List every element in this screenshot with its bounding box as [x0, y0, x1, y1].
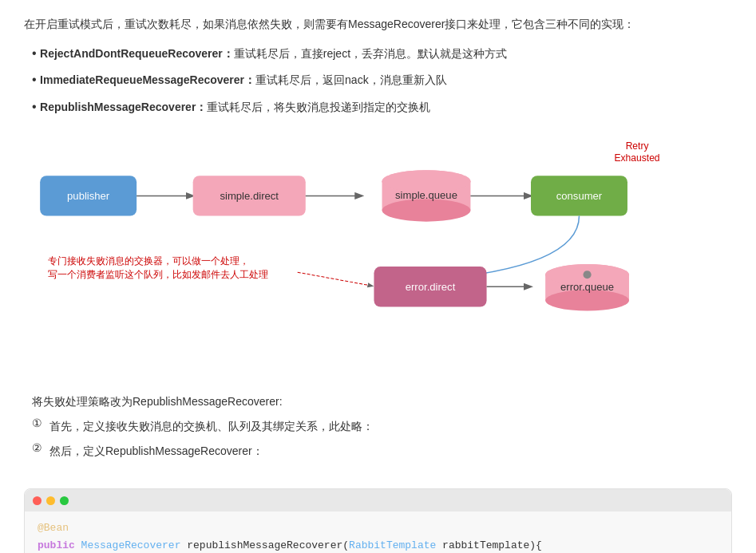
- step2-text: 然后，定义RepublishMessageRecoverer：: [49, 441, 263, 461]
- bullet-item-3: RepublishMessageRecoverer：重试耗尽后，将失败消息投递到…: [24, 96, 732, 117]
- code-titlebar: [25, 489, 731, 512]
- diagram-area: Retry Exhausted publisher: [24, 128, 732, 384]
- bullet-item-2: ImmediateRequeueMessageRecoverer：重试耗尽后，返…: [24, 69, 732, 90]
- type-messagerecoverer: MessageRecoverer: [81, 539, 181, 551]
- queue2-label: error.queue: [560, 281, 614, 293]
- code-content: @Bean public MessageRecoverer republishM…: [25, 512, 731, 553]
- arrow-annotation-exchange: [298, 272, 373, 286]
- step1-text: 首先，定义接收失败消息的交换机、队列及其绑定关系，此处略：: [49, 417, 374, 436]
- exchange2-label: error.direct: [406, 281, 456, 293]
- bullet-text-2: 重试耗尽后，返回nack，消息重新入队: [255, 73, 447, 86]
- step2-num: ②: [32, 441, 49, 454]
- bullet-label-3: RepublishMessageRecoverer：: [40, 101, 207, 113]
- step-2: ② 然后，定义RepublishMessageRecoverer：: [24, 441, 732, 461]
- consumer-label: consumer: [556, 190, 603, 202]
- exchange1-label: simple.direct: [220, 190, 279, 202]
- retry-label-2: Exhausted: [615, 152, 660, 164]
- queue1-bottom: [382, 199, 471, 221]
- section-text-1: 将失败处理策略改为RepublishMessageRecoverer:: [24, 392, 732, 412]
- dot-red: [33, 496, 42, 505]
- annotation-line2: 写一个消费者监听这个队列，比如发邮件去人工处理: [48, 269, 268, 280]
- bullet-text-3: 重试耗尽后，将失败消息投递到指定的交换机: [207, 101, 430, 113]
- step-1: ① 首先，定义接收失败消息的交换机、队列及其绑定关系，此处略：: [24, 417, 732, 436]
- queue2-dot: [584, 271, 592, 278]
- type-rabbittemplate: RabbitTemplate: [349, 539, 436, 551]
- annotation-line1: 专门接收失败消息的交换器，可以做一个处理，: [48, 255, 249, 267]
- dot-yellow: [46, 496, 55, 505]
- step1-num: ①: [32, 417, 49, 429]
- bullet-text-1: 重试耗尽后，直接reject，丢弃消息。默认就是这种方式: [234, 47, 507, 60]
- retry-label: Retry: [626, 140, 650, 152]
- publisher-label: publisher: [67, 190, 110, 202]
- dot-green: [60, 496, 69, 505]
- bullet-label-1: RejectAndDontRequeueRecoverer：: [40, 47, 234, 60]
- param-name: rabbitTemplate){: [436, 539, 542, 551]
- method-name: republishMessageRecoverer(: [180, 539, 349, 551]
- intro-text: 在开启重试模式后，重试次数耗尽，如果消息依然失败，则需要有MessageReco…: [24, 14, 732, 34]
- code-line-2: public MessageRecoverer republishMessage…: [38, 537, 718, 553]
- code-line-1: @Bean: [38, 519, 718, 537]
- code-block: @Bean public MessageRecoverer republishM…: [24, 488, 732, 553]
- kw-public: public: [38, 539, 81, 551]
- queue1-label: simple.queue: [395, 189, 457, 201]
- bullet-item-1: RejectAndDontRequeueRecoverer：重试耗尽后，直接re…: [24, 42, 732, 64]
- annotation-bean: @Bean: [38, 522, 69, 534]
- bullet-label-2: ImmediateRequeueMessageRecoverer：: [40, 73, 255, 86]
- bullet-list: RejectAndDontRequeueRecoverer：重试耗尽后，直接re…: [24, 42, 732, 117]
